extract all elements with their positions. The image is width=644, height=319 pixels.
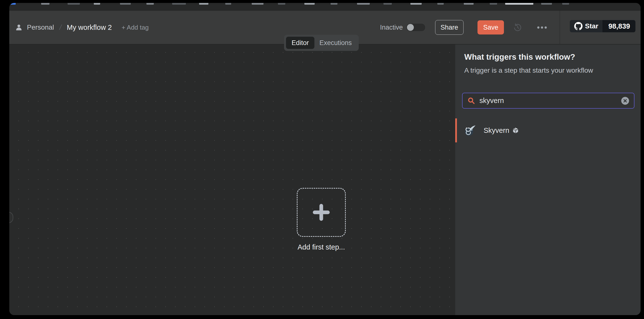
- clear-search-button[interactable]: [621, 97, 629, 105]
- history-button[interactable]: [512, 11, 522, 44]
- user-icon: [15, 24, 22, 31]
- browser-tab-fragment: [505, 3, 533, 5]
- save-button[interactable]: Save: [478, 20, 504, 34]
- browser-tab-fragment: [199, 3, 208, 5]
- browser-tab-fragment: [541, 3, 552, 5]
- breadcrumb: Personal / My workflow 2 + Add tag: [15, 11, 149, 44]
- workflow-name[interactable]: My workflow 2: [67, 23, 112, 31]
- ellipsis-dot: [537, 26, 540, 29]
- app-window: Personal / My workflow 2 + Add tag Inact…: [9, 3, 640, 315]
- save-button-wrap: Save: [478, 11, 504, 44]
- browser-tab-fragment: [490, 3, 497, 5]
- toggle-track[interactable]: [406, 23, 426, 31]
- skyvern-dragon-logo: [464, 124, 476, 137]
- browser-tab-fragment: [41, 3, 50, 5]
- browser-tab-fragment: [410, 3, 422, 5]
- add-first-step-label: Add first step...: [272, 243, 370, 251]
- activation-status-label: Inactive: [374, 11, 403, 44]
- browser-tab-fragment: [384, 3, 392, 5]
- panel-title: What triggers this workflow?: [464, 52, 575, 62]
- ellipsis-dot: [541, 26, 543, 29]
- result-name: Skyvern: [484, 126, 509, 135]
- breadcrumb-separator: /: [58, 23, 64, 31]
- history-icon: [512, 22, 522, 32]
- toggle-knob: [407, 24, 414, 31]
- view-tabs: Editor Executions: [284, 35, 359, 51]
- plus-icon: [312, 203, 331, 222]
- browser-tab-fragment: [172, 3, 186, 5]
- header-divider: [560, 11, 560, 44]
- browser-tab-fragment: [437, 3, 444, 5]
- share-button[interactable]: Share: [435, 20, 464, 35]
- share-button-wrap: Share: [435, 11, 464, 44]
- tab-editor[interactable]: Editor: [286, 37, 314, 49]
- browser-tab-fragment: [10, 3, 16, 5]
- panel-subtitle: A trigger is a step that starts your wor…: [464, 66, 593, 74]
- expand-sidebar-handle[interactable]: [9, 212, 13, 223]
- package-cube-icon: [512, 127, 519, 134]
- tab-executions[interactable]: Executions: [314, 37, 357, 49]
- browser-tab-fragment: [68, 3, 80, 5]
- breadcrumb-project[interactable]: Personal: [27, 23, 54, 31]
- node-search-box: [462, 93, 634, 109]
- github-star-widget[interactable]: Star 98,839: [570, 20, 636, 32]
- github-star-button[interactable]: Star: [570, 20, 602, 32]
- workflow-canvas[interactable]: Add first step...: [9, 44, 455, 315]
- browser-tab-fragment: [304, 3, 315, 5]
- browser-tab-fragment: [225, 3, 231, 5]
- search-icon: [468, 97, 475, 104]
- browser-tab-fragment: [94, 3, 100, 5]
- browser-tab-fragment: [146, 3, 154, 5]
- browser-tab-fragment: [252, 3, 264, 5]
- add-first-step-button[interactable]: [297, 188, 346, 237]
- browser-tab-fragment: [464, 3, 474, 5]
- browser-tab-fragment: [357, 3, 370, 5]
- search-result-skyvern[interactable]: Skyvern: [455, 118, 640, 142]
- activation-toggle[interactable]: [406, 11, 426, 44]
- result-hover-accent: [455, 118, 457, 142]
- trigger-panel: What triggers this workflow? A trigger i…: [455, 44, 640, 315]
- add-tag-button[interactable]: + Add tag: [122, 24, 149, 31]
- github-star-count[interactable]: 98,839: [602, 20, 636, 32]
- browser-tab-fragment: [562, 3, 569, 5]
- ellipsis-dot: [544, 26, 547, 29]
- more-options-button[interactable]: [537, 11, 547, 44]
- browser-tab-strip: [9, 3, 640, 11]
- browser-tab-fragment: [120, 3, 131, 5]
- github-star-label: Star: [585, 22, 598, 30]
- github-icon: [574, 22, 582, 30]
- close-icon: [623, 99, 627, 103]
- browser-tab-fragment: [278, 3, 285, 5]
- browser-tab-fragment: [330, 3, 338, 5]
- search-input[interactable]: [480, 97, 617, 105]
